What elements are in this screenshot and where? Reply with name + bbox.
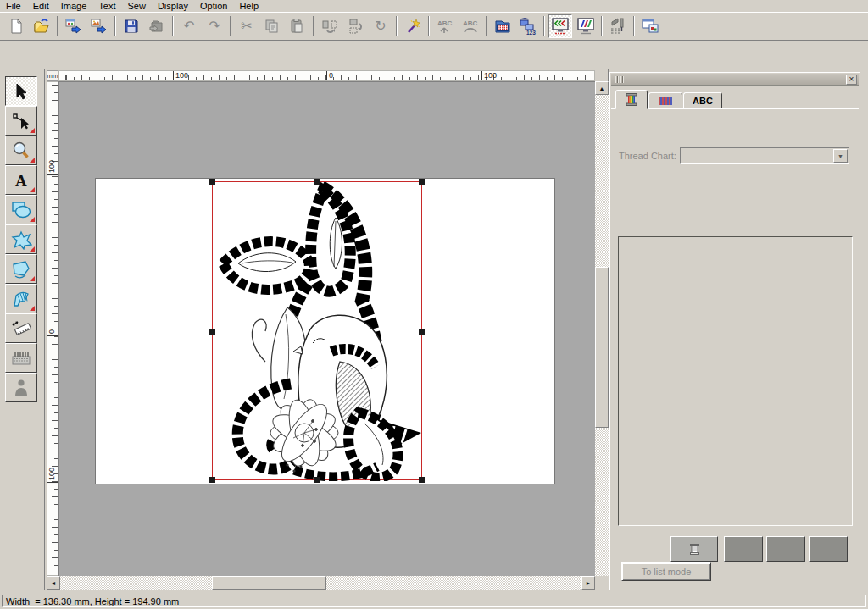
text-arc-button[interactable]: ABC — [459, 14, 482, 38]
scroll-left-button[interactable]: ◄ — [47, 576, 60, 590]
selection-handle-ne[interactable] — [419, 179, 425, 185]
thread-spool-icon — [625, 93, 638, 106]
svg-text:ABC: ABC — [437, 19, 453, 27]
status-bar: Width = 136.30 mm, Height = 194.90 mm — [0, 593, 868, 609]
magic-wand-button[interactable] — [401, 14, 425, 38]
menu-file[interactable]: File — [0, 0, 27, 12]
open-design-button[interactable] — [30, 14, 53, 38]
layout-wizard-button[interactable] — [62, 14, 86, 38]
view-solid-button[interactable] — [548, 14, 572, 38]
vertical-scroll-thumb[interactable] — [595, 267, 609, 428]
mirror-horizontal-button[interactable] — [318, 14, 342, 38]
toolbar-separator — [486, 16, 487, 36]
menu-display[interactable]: Display — [152, 0, 194, 12]
tool-sewing-attributes[interactable] — [5, 343, 37, 373]
toolbar: ↶ ↷ ✂ — [0, 12, 868, 41]
stitch-attribute-tab[interactable] — [648, 92, 682, 109]
text-tool-icon: A — [11, 170, 31, 191]
selection-handle-se[interactable] — [419, 477, 425, 483]
export-design-button[interactable] — [145, 14, 169, 38]
text-attribute-tab[interactable]: ABC — [683, 92, 722, 109]
undo-button[interactable]: ↶ — [177, 14, 201, 38]
svg-text:A: A — [15, 172, 27, 190]
tool-point-edit[interactable] — [5, 106, 37, 136]
panel-grip-handle[interactable] — [615, 76, 624, 83]
tool-zoom[interactable] — [5, 136, 37, 165]
design-canvas[interactable] — [58, 81, 595, 576]
view-realistic-button[interactable] — [574, 14, 598, 38]
tool-measure[interactable] — [5, 313, 37, 343]
copy-button[interactable] — [260, 14, 284, 38]
stitch-simulator-button[interactable] — [606, 14, 630, 38]
redo-button[interactable]: ↷ — [203, 14, 226, 38]
selection-handle-e[interactable] — [419, 329, 425, 335]
horizontal-scrollbar[interactable]: ◄ ► — [47, 576, 595, 590]
tool-shape-star[interactable] — [5, 224, 37, 254]
tool-shape-freeform[interactable] — [5, 254, 37, 284]
reference-window-button[interactable] — [638, 14, 662, 38]
panel-titlebar[interactable]: × — [611, 74, 859, 86]
selection-handle-nw[interactable] — [209, 179, 215, 185]
to-list-mode-button[interactable]: To list mode — [621, 562, 711, 581]
menu-sew[interactable]: Sew — [121, 0, 151, 12]
sewing-order-button[interactable] — [491, 14, 515, 38]
toolbar-separator — [396, 16, 398, 36]
scroll-up-button[interactable]: ▲ — [595, 81, 609, 95]
cut-button[interactable]: ✂ — [235, 14, 259, 38]
thread-color-list[interactable] — [618, 236, 853, 526]
stitch-hatch-icon — [658, 96, 673, 106]
selection-handle-s[interactable] — [314, 477, 320, 483]
shapes-icon — [10, 200, 32, 220]
embroidery-design-artwork[interactable] — [213, 182, 423, 481]
stitch-simulator-icon — [609, 17, 627, 36]
tool-mannequin[interactable] — [5, 373, 37, 402]
selection-handle-n[interactable] — [314, 179, 320, 185]
menu-option[interactable]: Option — [194, 0, 233, 12]
vertical-scrollbar[interactable]: ▲ ▼ — [595, 81, 609, 590]
redo-icon: ↷ — [209, 19, 220, 33]
save-button[interactable] — [120, 14, 143, 38]
menu-text[interactable]: Text — [92, 0, 121, 12]
panel-close-button[interactable]: × — [846, 75, 857, 85]
rotate-icon: ↻ — [375, 19, 386, 33]
thread-spool-button[interactable] — [670, 536, 718, 562]
dropdown-arrow-button[interactable]: ▼ — [833, 149, 848, 163]
toolbar-separator — [633, 16, 635, 36]
svg-text:ABC: ABC — [463, 19, 478, 27]
toolbar-separator — [313, 16, 314, 36]
tool-shape-basic[interactable] — [5, 195, 37, 224]
tool-select[interactable] — [5, 76, 37, 106]
mirror-vertical-button[interactable] — [343, 14, 367, 38]
menu-image[interactable]: Image — [55, 0, 93, 12]
color-swatch-button-2[interactable] — [766, 536, 805, 562]
selection-handle-w[interactable] — [209, 329, 215, 335]
toolbar-separator — [172, 16, 174, 36]
image-to-stitch-wizard-button[interactable] — [87, 14, 111, 38]
view-solid-icon — [551, 17, 570, 36]
text-transform-button[interactable]: ABC — [433, 14, 457, 38]
color-swatch-button-1[interactable] — [724, 536, 763, 562]
tool-shape-fan[interactable] — [5, 284, 37, 313]
rotate-button[interactable]: ↻ — [369, 14, 392, 38]
view-realistic-icon — [576, 17, 595, 36]
color-button-row — [610, 536, 860, 562]
color-swatch-button-3[interactable] — [809, 536, 848, 562]
scroll-up-icon: ▲ — [599, 86, 605, 91]
selection-box[interactable] — [212, 181, 422, 480]
arrange-numbers-button[interactable]: 123 — [516, 14, 540, 38]
hruler-label: 100 — [173, 71, 188, 80]
thread-color-tab[interactable] — [615, 90, 648, 109]
design-page[interactable] — [95, 178, 555, 484]
cut-icon: ✂ — [241, 19, 252, 33]
selection-handle-sw[interactable] — [209, 477, 215, 483]
tool-text[interactable]: A — [5, 165, 37, 195]
new-document-icon — [8, 18, 25, 35]
paste-icon — [289, 18, 306, 35]
menu-help[interactable]: Help — [233, 0, 264, 12]
horizontal-scroll-thumb[interactable] — [212, 576, 326, 590]
thread-chart-dropdown[interactable]: ▼ — [680, 147, 849, 164]
menu-edit[interactable]: Edit — [27, 0, 55, 12]
new-document-button[interactable] — [4, 14, 28, 38]
scroll-right-button[interactable]: ► — [581, 576, 595, 590]
paste-button[interactable] — [286, 14, 309, 38]
